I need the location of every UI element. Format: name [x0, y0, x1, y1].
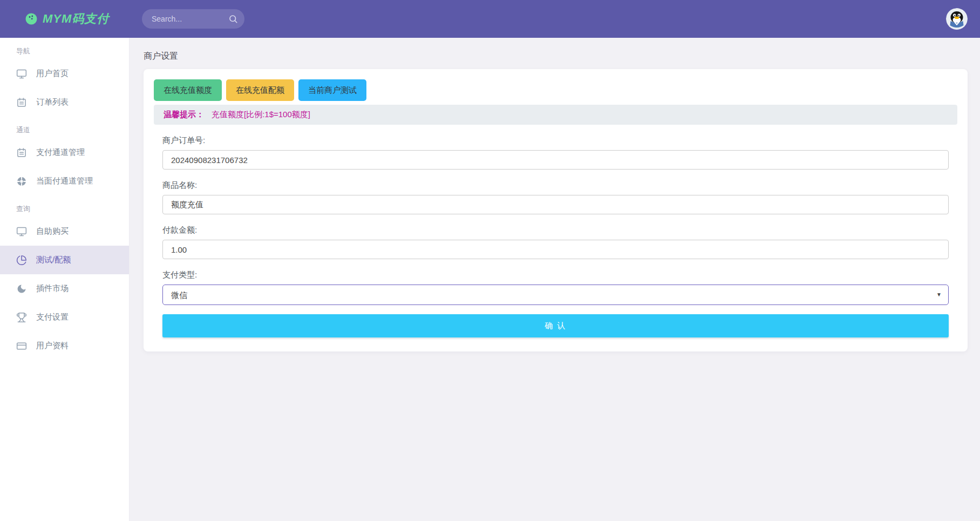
online-recharge-quota-button[interactable]: 在线充值额度 [154, 79, 222, 101]
user-avatar[interactable] [946, 8, 968, 30]
tip-text: 充值额度[比例:1$=100额度] [212, 110, 310, 120]
sidebar-item-f2f-channel-mgmt[interactable]: 当面付通道管理 [0, 167, 129, 195]
tip-prefix: 温馨提示： [164, 110, 204, 120]
merchant-order-no-input[interactable] [162, 150, 949, 170]
sidebar-item-self-purchase[interactable]: 自助购买 [0, 217, 129, 246]
sidebar-item-label: 支付设置 [36, 312, 69, 322]
payment-type-select-wrap: 微信 ▼ [162, 285, 949, 305]
search-input[interactable] [152, 15, 228, 23]
payment-type-select[interactable]: 微信 [162, 285, 949, 305]
search-bar [142, 9, 244, 29]
sidebar-item-label: 自助购买 [36, 226, 69, 236]
product-name-label: 商品名称: [162, 180, 949, 191]
main-content: 商户设置 在线充值额度 在线充值配额 当前商户测试 温馨提示： 充值额度[比例:… [130, 38, 980, 521]
tip-bar: 温馨提示： 充值额度[比例:1$=100额度] [154, 105, 957, 125]
monitor-icon [16, 69, 27, 79]
payment-amount-label: 付款金额: [162, 225, 949, 235]
confirm-button[interactable]: 确 认 [162, 314, 949, 337]
merchant-test-form: 商户订单号: 商品名称: 付款金额: 支付类型: 微信 ▼ 确 认 [162, 136, 949, 337]
sidebar-item-label: 订单列表 [36, 97, 69, 107]
sidebar-item-pay-channel-mgmt[interactable]: 支付通道管理 [0, 138, 129, 167]
payment-amount-input[interactable] [162, 240, 949, 259]
search-icon[interactable] [228, 14, 238, 24]
trophy-icon [16, 312, 27, 323]
monitor-icon [16, 226, 27, 237]
sidebar-item-order-list[interactable]: 订单列表 [0, 88, 129, 117]
sidebar-item-label: 支付通道管理 [36, 147, 85, 158]
sidebar-item-user-profile[interactable]: 用户资料 [0, 331, 129, 360]
page-title: 商户设置 [144, 51, 980, 62]
sidebar-section-query: 查询 [0, 195, 129, 217]
sidebar-item-user-home[interactable]: 用户首页 [0, 59, 129, 88]
app-logo[interactable]: MYM码支付 [25, 11, 130, 27]
pie-chart-icon [16, 255, 27, 266]
sidebar-item-plugin-market[interactable]: 插件市场 [0, 274, 129, 303]
online-recharge-allocation-button[interactable]: 在线充值配额 [226, 79, 294, 101]
sidebar-item-test-quota[interactable]: 测试/配额 [0, 246, 129, 274]
sidebar-item-label: 用户首页 [36, 69, 69, 79]
sidebar-item-label: 用户资料 [36, 341, 69, 351]
id-card-icon [16, 341, 27, 351]
bowling-ball-logo-icon [25, 12, 38, 25]
crescent-icon [16, 283, 27, 294]
sidebar-item-label: 插件市场 [36, 283, 69, 294]
sidebar-section-nav: 导航 [0, 38, 129, 59]
action-button-row: 在线充值额度 在线充值配额 当前商户测试 [154, 79, 957, 101]
app-title: MYM码支付 [43, 11, 109, 27]
payment-type-label: 支付类型: [162, 270, 949, 280]
sidebar-section-channel: 通道 [0, 117, 129, 138]
clipboard-icon [16, 97, 27, 108]
merchant-order-no-label: 商户订单号: [162, 136, 949, 146]
sidebar-item-label: 测试/配额 [36, 255, 71, 265]
sidebar-item-pay-settings[interactable]: 支付设置 [0, 303, 129, 331]
current-merchant-test-button[interactable]: 当前商户测试 [298, 79, 366, 101]
top-header: MYM码支付 [0, 0, 980, 38]
clipboard-icon [16, 147, 27, 158]
sidebar-nav: 导航 用户首页 订单列表 通道 支付通道管理 [0, 38, 130, 521]
sidebar-item-label: 当面付通道管理 [36, 176, 93, 186]
merchant-settings-card: 在线充值额度 在线充值配额 当前商户测试 温馨提示： 充值额度[比例:1$=10… [144, 69, 968, 351]
product-name-input[interactable] [162, 195, 949, 214]
lifebuoy-icon [16, 176, 27, 187]
